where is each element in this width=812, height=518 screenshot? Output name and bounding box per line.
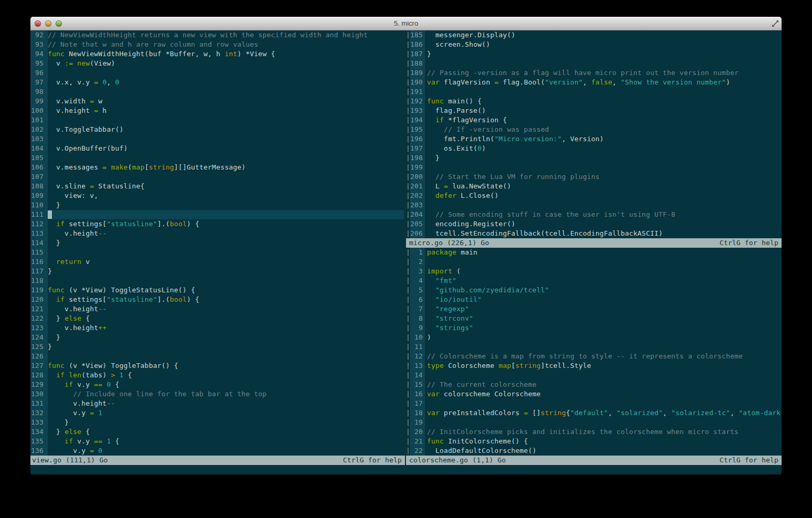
code-line[interactable] — [425, 399, 782, 408]
code-line[interactable]: v.height++ — [48, 323, 404, 333]
line-number: 194 — [410, 115, 425, 125]
code-line[interactable]: // NewViewWidthHeight returns a new view… — [48, 30, 404, 40]
code-line[interactable]: L = lua.NewState() — [425, 182, 782, 191]
code-line[interactable]: if v.y == 0 { — [48, 380, 404, 389]
code-line[interactable]: var colorscheme Colorscheme — [425, 389, 782, 399]
code-line[interactable]: var preInstalledColors = []string{"defau… — [425, 408, 782, 418]
code-line[interactable] — [425, 163, 782, 172]
line-number: 129 — [30, 380, 48, 389]
code-line[interactable] — [48, 68, 404, 78]
code-line[interactable]: // Some encoding stuff in case the user … — [425, 210, 782, 219]
code-line[interactable] — [48, 276, 404, 286]
code-line[interactable]: v.messages = make(map[string][]GutterMes… — [48, 163, 404, 172]
code-line[interactable] — [48, 87, 404, 97]
code-line[interactable]: } — [48, 418, 404, 427]
code-line[interactable]: defer L.Close() — [425, 191, 782, 200]
code-line[interactable] — [48, 134, 404, 144]
code-line[interactable]: v.height-- — [48, 229, 404, 238]
code-line[interactable]: } — [425, 153, 782, 163]
code-token: { — [81, 428, 90, 436]
code-line[interactable]: type Colorscheme map[string]tcell.Style — [425, 361, 782, 371]
code-line[interactable] — [425, 371, 782, 380]
code-line[interactable]: LoadDefaultColorscheme() — [425, 446, 782, 456]
code-line[interactable]: // Passing -version as a flag will have … — [425, 68, 782, 78]
code-line[interactable] — [425, 59, 782, 68]
code-line[interactable]: // Note that w and h are raw column and … — [48, 40, 404, 49]
code-line[interactable] — [48, 352, 404, 361]
code-line[interactable]: v.ToggleTabbar() — [48, 125, 404, 134]
code-line[interactable]: os.Exit(0) — [425, 144, 782, 153]
code-line[interactable]: // Colorscheme is a map from string to s… — [425, 352, 782, 361]
code-line[interactable]: v.OpenBuffer(buf) — [48, 144, 404, 153]
code-line[interactable]: v.y = 0 — [48, 446, 404, 456]
code-line[interactable]: ) — [425, 333, 782, 342]
code-line[interactable] — [425, 87, 782, 97]
code-line[interactable]: v := new(View) — [48, 59, 404, 68]
code-line[interactable]: // Start the Lua VM for running plugins — [425, 172, 782, 182]
code-line[interactable]: v.sline = Statusline{ — [48, 182, 404, 191]
code-token: colorscheme Colorscheme — [440, 390, 541, 398]
code-line[interactable]: return v — [48, 257, 404, 267]
code-line[interactable]: "fmt" — [425, 276, 782, 286]
code-line[interactable]: // If -version was passed — [425, 125, 782, 134]
code-line[interactable]: func InitColorscheme() { — [425, 437, 782, 446]
code-line[interactable] — [425, 418, 782, 427]
code-line[interactable]: } — [48, 333, 404, 342]
code-line-row: |18var preInstalledColors = []string{"de… — [406, 408, 782, 418]
code-line[interactable]: v.height = h — [48, 106, 404, 115]
code-line[interactable] — [48, 115, 404, 125]
titlebar[interactable]: 5. micro — [30, 17, 782, 30]
code-line[interactable]: v.y = 1 — [48, 408, 404, 418]
code-line[interactable]: } else { — [48, 314, 404, 323]
code-line[interactable]: // InitColorscheme picks and initializes… — [425, 427, 782, 437]
code-line[interactable]: } — [425, 49, 782, 59]
code-line[interactable]: if settings["statusline"].(bool) { — [48, 219, 404, 229]
fullscreen-icon[interactable] — [772, 20, 779, 27]
code-line[interactable]: "github.com/zyedidia/tcell" — [425, 286, 782, 295]
code-line[interactable]: flag.Parse() — [425, 106, 782, 115]
code-line[interactable] — [48, 210, 404, 219]
code-line[interactable] — [425, 200, 782, 210]
code-line[interactable]: "regexp" — [425, 304, 782, 314]
code-line[interactable]: messenger.Display() — [425, 30, 782, 40]
code-line[interactable]: func main() { — [425, 97, 782, 106]
code-line[interactable]: // The current colorscheme — [425, 380, 782, 389]
line-number: 121 — [30, 304, 48, 314]
code-line[interactable]: } — [48, 267, 404, 276]
code-line[interactable]: package main — [425, 248, 782, 257]
code-line[interactable]: // Include one line for the tab bar at t… — [48, 389, 404, 399]
code-line[interactable] — [48, 153, 404, 163]
code-line[interactable]: } else { — [48, 427, 404, 437]
code-line[interactable]: func NewViewWidthHeight(buf *Buffer, w, … — [48, 49, 404, 59]
code-line[interactable]: encoding.Register() — [425, 219, 782, 229]
code-line[interactable]: func (v *View) ToggleTabbar() { — [48, 361, 404, 371]
code-line[interactable]: "strconv" — [425, 314, 782, 323]
code-line[interactable]: import ( — [425, 267, 782, 276]
code-line[interactable]: if *flagVersion { — [425, 115, 782, 125]
code-line[interactable]: view: v, — [48, 191, 404, 200]
code-line[interactable]: "strings" — [425, 323, 782, 333]
code-line[interactable]: "io/ioutil" — [425, 295, 782, 304]
code-line[interactable]: v.height-- — [48, 399, 404, 408]
command-bar[interactable] — [30, 465, 782, 474]
code-line[interactable]: if v.y == 1 { — [48, 437, 404, 446]
code-line[interactable]: } — [48, 342, 404, 352]
code-line[interactable] — [425, 342, 782, 352]
code-line[interactable] — [425, 257, 782, 267]
code-line[interactable]: v.x, v.y = 0, 0 — [48, 78, 404, 87]
code-token: // Include one line for the tab bar at t… — [73, 390, 266, 398]
code-line[interactable]: } — [48, 238, 404, 248]
code-token: w — [94, 97, 102, 105]
code-line[interactable]: v.height-- — [48, 304, 404, 314]
code-line[interactable]: v.width = w — [48, 97, 404, 106]
code-line[interactable]: var flagVersion = flag.Bool("version", f… — [425, 78, 782, 87]
code-line[interactable]: screen.Show() — [425, 40, 782, 49]
code-line[interactable]: } — [48, 200, 404, 210]
code-line[interactable] — [48, 172, 404, 182]
code-line[interactable]: if len(tabs) > 1 { — [48, 371, 404, 380]
code-line[interactable]: func (v *View) ToggleStatusLine() { — [48, 286, 404, 295]
code-line[interactable]: fmt.Println("Micro version:", Version) — [425, 134, 782, 144]
code-line[interactable] — [48, 248, 404, 257]
code-line[interactable]: if settings["statusline"].(bool) { — [48, 295, 404, 304]
code-line[interactable]: tcell.SetEncodingFallback(tcell.Encoding… — [425, 229, 782, 238]
